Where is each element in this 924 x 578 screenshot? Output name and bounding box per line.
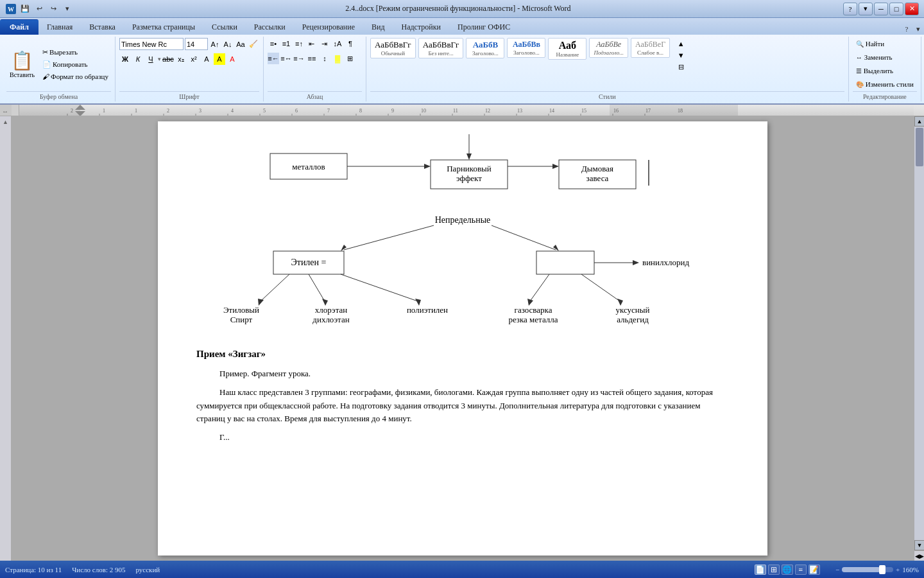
shading-button[interactable]: ▓	[332, 53, 343, 64]
line-spacing-button[interactable]: ↕	[319, 53, 330, 64]
bullet-list-button[interactable]: ≡•	[268, 38, 279, 49]
maximize-button[interactable]: □	[889, 3, 903, 15]
print-layout-button[interactable]: 📄	[755, 565, 766, 575]
svg-text:14: 14	[549, 108, 554, 114]
style-title[interactable]: Ааб Название	[548, 38, 586, 60]
tab-mailings[interactable]: Рассылки	[246, 19, 294, 35]
style-weak[interactable]: АаБбВеГ Слабое в...	[631, 38, 670, 58]
tab-file[interactable]: Файл	[0, 19, 38, 35]
styles-more-button[interactable]: ⊟	[675, 61, 687, 73]
font-color-button[interactable]: A	[227, 53, 238, 65]
zoom-slider[interactable]	[842, 567, 893, 572]
tab-insert[interactable]: Вставка	[81, 19, 124, 35]
sort-button[interactable]: ↕A	[332, 38, 343, 49]
undo-button[interactable]: ↩	[33, 3, 45, 15]
change-styles-button[interactable]: 🎨Изменить стили	[853, 78, 917, 90]
justify-button[interactable]: ≡≡	[306, 53, 318, 64]
tab-view[interactable]: Вид	[363, 19, 393, 35]
scroll-up-arrow[interactable]: ▲	[914, 116, 924, 127]
tab-addins[interactable]: Надстройки	[393, 19, 450, 35]
text-effect-button[interactable]: A	[201, 53, 212, 65]
change-case-button[interactable]: Aa	[235, 39, 246, 50]
style-no-interval[interactable]: АаБбВвГг Без инте...	[418, 38, 464, 58]
svg-text:винилхлорид: винилхлорид	[642, 258, 689, 267]
svg-text:Этиловый: Этиловый	[223, 305, 259, 315]
svg-rect-45	[610, 105, 738, 116]
tab-review[interactable]: Рецензирование	[294, 19, 363, 35]
style-normal[interactable]: АаБбВвГг Обычный	[370, 38, 416, 58]
align-right-button[interactable]: ≡→	[293, 53, 305, 64]
align-center-button[interactable]: ≡↔	[280, 53, 292, 64]
style-heading2[interactable]: АаБбВв Заголово...	[507, 38, 545, 58]
styles-scroll-down-button[interactable]: ▼	[675, 49, 687, 61]
zoom-plus[interactable]: +	[896, 566, 900, 574]
format-painter-button[interactable]: 🖌Формат по образцу	[40, 71, 111, 82]
close-button[interactable]: ✕	[905, 3, 919, 15]
horizontal-scroll-area[interactable]: ◀▶	[914, 550, 924, 561]
ribbon-help-icon[interactable]: ?	[901, 23, 912, 35]
decrease-indent-button[interactable]: ⇤	[306, 38, 318, 49]
zoom-level[interactable]: 160%	[902, 566, 919, 574]
zoom-thumb[interactable]	[879, 565, 886, 574]
font-group-label: Шрифт	[119, 91, 259, 100]
cut-button[interactable]: ✂Вырезать	[40, 47, 111, 58]
scrollbar-vertical[interactable]: ▲ ▼ ◀▶	[914, 116, 924, 561]
ribbon-tab-bar: Файл Файл Главная Вставка Разметка стран…	[0, 18, 924, 35]
increase-indent-button[interactable]: ⇥	[319, 38, 330, 49]
ribbon-minimize-icon[interactable]: ▾	[912, 23, 924, 35]
minimize-button[interactable]: ─	[874, 3, 888, 15]
ruler-corner[interactable]: ↔	[0, 105, 19, 116]
replace-button[interactable]: ↔Заменить	[853, 51, 896, 63]
select-button[interactable]: ☰Выделить	[853, 65, 896, 76]
numbered-list-button[interactable]: ≡1	[280, 38, 292, 49]
more-qa-button[interactable]: ▾	[62, 3, 73, 15]
find-button[interactable]: 🔍Найти	[853, 38, 887, 49]
scroll-thumb[interactable]	[916, 128, 923, 166]
superscript-button[interactable]: x²	[188, 53, 200, 65]
zoom-minus[interactable]: −	[835, 566, 839, 574]
bold-button[interactable]: Ж	[119, 53, 131, 65]
underline-button[interactable]: Ч	[145, 53, 157, 65]
tab-page-layout[interactable]: Разметка страницы	[124, 19, 203, 35]
italic-button[interactable]: К	[132, 53, 144, 65]
font-size-input[interactable]	[185, 38, 208, 50]
document-page: металлов Парниковый эффект	[158, 121, 767, 556]
styles-scroll-up-button[interactable]: ▲	[675, 38, 687, 49]
copy-button[interactable]: 📄Копировать	[40, 59, 111, 70]
show-formatting-button[interactable]: ¶	[345, 38, 356, 49]
multilevel-list-button[interactable]: ≡↑	[293, 38, 305, 49]
style-subtitle[interactable]: АаБбВе Подзаголо...	[589, 38, 628, 58]
document-area[interactable]: металлов Парниковый эффект	[12, 116, 914, 561]
redo-button[interactable]: ↪	[47, 3, 59, 15]
clear-format-button[interactable]: 🧹	[248, 39, 259, 50]
tab-proline[interactable]: Пролинг ОФИС	[449, 19, 518, 35]
text-highlight-button[interactable]: A	[214, 53, 225, 65]
help-button[interactable]: ?	[843, 3, 857, 15]
strikethrough-button[interactable]: abc	[162, 53, 174, 65]
save-button[interactable]: 💾	[19, 3, 31, 15]
tab-home[interactable]: Главная	[38, 19, 81, 35]
style-heading1[interactable]: АаБбВ Заголово...	[466, 38, 504, 58]
outline-view-button[interactable]: ≡	[795, 565, 807, 575]
font-grow-button[interactable]: A↑	[209, 39, 221, 50]
subscript-button[interactable]: x₂	[175, 53, 187, 65]
svg-text:15: 15	[581, 108, 586, 114]
tab-references[interactable]: Ссылки	[203, 19, 246, 35]
scroll-track[interactable]	[914, 127, 924, 540]
draft-view-button[interactable]: 📝	[809, 565, 820, 575]
styles-group: АаБбВвГг Обычный АаБбВвГг Без инте... Аа…	[366, 37, 849, 101]
section-heading: Прием «Зигзаг»	[196, 349, 729, 360]
align-left-button[interactable]: ≡←	[268, 53, 279, 64]
paste-button[interactable]: 📋 Вставить	[6, 48, 38, 80]
svg-text:завеса: завеса	[586, 173, 609, 183]
web-layout-button[interactable]: 🌐	[782, 565, 793, 575]
full-screen-button[interactable]: ⊞	[768, 565, 780, 575]
font-shrink-button[interactable]: A↓	[222, 39, 234, 50]
scroll-down-arrow[interactable]: ▼	[914, 540, 924, 550]
border-button[interactable]: ⊞	[345, 53, 356, 64]
font-name-input[interactable]	[119, 38, 184, 50]
left-scroll-up[interactable]: ▲	[3, 119, 8, 125]
paragraph-group: ≡• ≡1 ≡↑ ⇤ ⇥ ↕A ¶ ≡← ≡↔ ≡→ ≡≡ ↕ ▓ ⊞	[264, 37, 366, 101]
paragraph-1: Пример. Фрагмент урока.	[196, 367, 729, 381]
ribbon-toggle-button[interactable]: ▾	[859, 3, 873, 15]
